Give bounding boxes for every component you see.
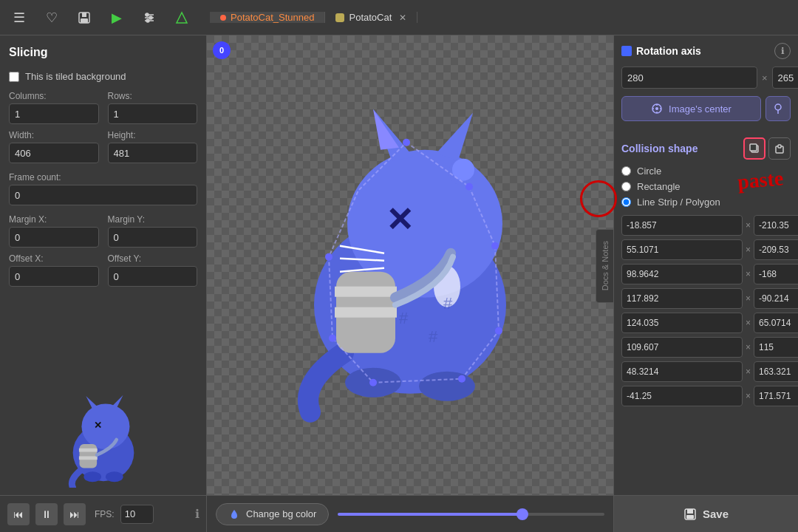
point-x-input[interactable] bbox=[621, 313, 743, 333]
frame-count-input[interactable]: 0 bbox=[9, 185, 197, 205]
animation-controls: ⏮ ⏸ ⏭ FPS: 10 ℹ bbox=[0, 495, 207, 532]
point-y-input[interactable] bbox=[754, 215, 798, 236]
svg-rect-1 bbox=[82, 13, 86, 17]
save-icon[interactable] bbox=[74, 7, 95, 28]
point-y-input[interactable] bbox=[754, 361, 798, 382]
collision-shape-radio-group: Circle Rectangle Line Strip / Polygon bbox=[621, 166, 791, 208]
point-y-input[interactable] bbox=[754, 386, 798, 406]
margin-x-label: Margin X: bbox=[9, 214, 99, 225]
offset-y-label: Offset Y: bbox=[108, 253, 198, 264]
line-strip-radio-row[interactable]: Line Strip / Polygon bbox=[621, 197, 791, 208]
margin-y-input[interactable]: 0 bbox=[108, 227, 198, 248]
offset-y-input[interactable]: 0 bbox=[108, 266, 198, 287]
svg-point-6 bbox=[149, 16, 152, 19]
favorite-icon[interactable]: ♡ bbox=[41, 7, 62, 28]
save-button[interactable]: Save bbox=[614, 495, 798, 532]
svg-point-8 bbox=[146, 19, 149, 22]
circle-label: Circle bbox=[637, 166, 661, 177]
fps-input[interactable]: 10 bbox=[120, 505, 154, 524]
collision-shape-header: Collision shape bbox=[621, 137, 791, 160]
svg-rect-18 bbox=[78, 449, 97, 452]
menu-icon[interactable]: ☰ bbox=[9, 7, 30, 28]
rectangle-radio-row[interactable]: Rectangle bbox=[621, 181, 791, 192]
frame-count-group: Frame count: 0 bbox=[9, 172, 197, 205]
point-x-input[interactable] bbox=[621, 264, 743, 284]
offset-x-group: Offset X: 0 bbox=[9, 253, 99, 287]
rotation-info-button[interactable]: ℹ bbox=[774, 43, 791, 59]
save-label: Save bbox=[703, 508, 729, 520]
rotation-y-input[interactable]: 265 bbox=[772, 66, 798, 89]
svg-rect-19 bbox=[78, 456, 97, 460]
point-x-input[interactable] bbox=[621, 239, 743, 260]
columns-group: Columns: 1 bbox=[9, 91, 99, 124]
copy-collision-button[interactable] bbox=[743, 137, 765, 160]
sprite-area: ✕ # # # # bbox=[270, 87, 550, 430]
svg-point-4 bbox=[146, 13, 149, 16]
line-strip-label: Line Strip / Polygon bbox=[637, 197, 720, 208]
next-frame-button[interactable]: ⏭ bbox=[64, 503, 86, 525]
play-icon[interactable]: ▶ bbox=[106, 7, 127, 28]
margin-x-input[interactable]: 0 bbox=[9, 227, 99, 248]
prev-frame-button[interactable]: ⏮ bbox=[7, 503, 30, 525]
point-sep: × bbox=[746, 391, 751, 401]
rectangle-radio[interactable] bbox=[621, 182, 631, 191]
shapes-icon[interactable] bbox=[171, 7, 192, 28]
svg-rect-17 bbox=[79, 444, 97, 468]
coord-sep-1: × bbox=[762, 72, 768, 83]
point-y-input[interactable] bbox=[754, 288, 798, 309]
image-center-button[interactable]: Image's center bbox=[621, 96, 761, 121]
svg-marker-24 bbox=[373, 109, 399, 150]
point-x-input[interactable] bbox=[621, 215, 743, 236]
change-bg-button[interactable]: Change bg color bbox=[216, 503, 329, 525]
height-input[interactable]: 481 bbox=[108, 143, 198, 163]
point-y-input[interactable] bbox=[754, 264, 798, 284]
tab-label: PotatoCat_Stunned bbox=[231, 12, 314, 23]
tab-potatocat-stunned[interactable]: PotatoCat_Stunned bbox=[210, 12, 325, 23]
docs-notes-tab[interactable]: Docs & Notes bbox=[596, 229, 613, 303]
paste-collision-button[interactable] bbox=[768, 137, 791, 160]
point-x-input[interactable] bbox=[621, 361, 743, 382]
main-area: Slicing This is tiled background Columns… bbox=[0, 35, 798, 532]
svg-rect-2 bbox=[81, 18, 88, 23]
point-x-input[interactable] bbox=[621, 337, 743, 358]
timeline-slider[interactable] bbox=[338, 513, 604, 516]
rows-input[interactable]: 1 bbox=[108, 103, 198, 124]
point-y-input[interactable] bbox=[754, 313, 798, 333]
point-row: × − bbox=[621, 215, 791, 236]
offset-x-input[interactable]: 0 bbox=[9, 266, 99, 287]
columns-label: Columns: bbox=[9, 91, 99, 101]
rotation-axis-header: Rotation axis ℹ bbox=[621, 43, 791, 59]
rotation-x-input[interactable]: 280 bbox=[621, 66, 757, 89]
circle-radio-row[interactable]: Circle bbox=[621, 166, 791, 177]
svg-rect-40 bbox=[335, 307, 397, 318]
svg-rect-63 bbox=[687, 509, 693, 514]
tiled-bg-checkbox[interactable] bbox=[9, 72, 19, 82]
cat-sprite-svg: ✕ # # # # bbox=[270, 87, 550, 427]
point-y-input[interactable] bbox=[754, 337, 798, 358]
points-list: × − × − × − × − × − × − bbox=[621, 215, 791, 406]
tiled-bg-row: This is tiled background bbox=[9, 71, 197, 82]
pause-button[interactable]: ⏸ bbox=[35, 503, 58, 525]
line-strip-radio[interactable] bbox=[621, 197, 631, 207]
svg-text:✕: ✕ bbox=[386, 201, 414, 239]
margin-y-label: Margin Y: bbox=[108, 214, 198, 225]
tab-potatocat[interactable]: PotatoCat ✕ bbox=[325, 12, 417, 23]
svg-marker-9 bbox=[177, 13, 187, 23]
info-icon[interactable]: ℹ bbox=[195, 507, 200, 521]
svg-marker-23 bbox=[436, 113, 473, 161]
svg-rect-61 bbox=[778, 145, 781, 148]
pin-button[interactable] bbox=[765, 96, 791, 121]
point-y-input[interactable] bbox=[754, 239, 798, 260]
point-x-input[interactable] bbox=[621, 288, 743, 309]
tabs-bar: PotatoCat_Stunned PotatoCat ✕ bbox=[210, 12, 789, 23]
sliders-icon[interactable] bbox=[139, 7, 160, 28]
svg-text:#: # bbox=[443, 294, 453, 313]
point-x-input[interactable] bbox=[621, 386, 743, 406]
width-input[interactable]: 406 bbox=[9, 143, 99, 163]
canvas-checkered[interactable]: 0 bbox=[207, 35, 613, 495]
circle-radio[interactable] bbox=[621, 166, 631, 176]
columns-input[interactable]: 1 bbox=[9, 103, 99, 124]
point-row: × − bbox=[621, 239, 791, 260]
tab-close-icon[interactable]: ✕ bbox=[399, 13, 406, 23]
image-center-label: Image's center bbox=[669, 103, 732, 115]
